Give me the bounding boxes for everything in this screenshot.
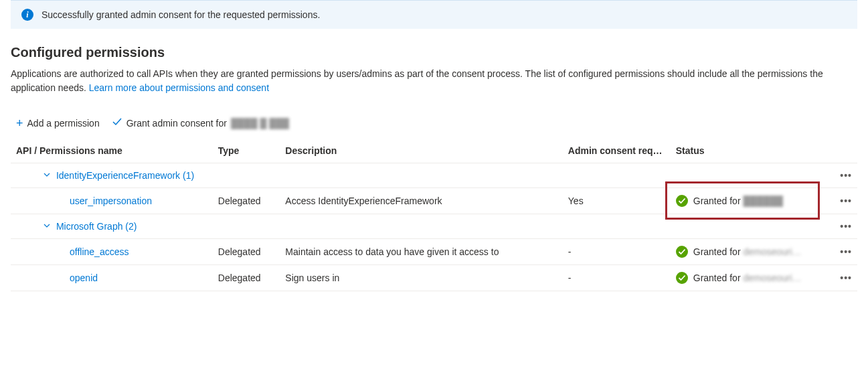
permissions-table-wrap: API / Permissions name Type Description … — [11, 139, 857, 291]
permission-status: Granted for demoseouri… — [671, 265, 808, 291]
section-description: Applications are authorized to call APIs… — [11, 67, 857, 95]
table-header-row: API / Permissions name Type Description … — [11, 139, 857, 163]
permission-row: openid Delegated Sign users in - Granted… — [11, 265, 857, 291]
api-group-label[interactable]: Microsoft Graph (2) — [56, 221, 137, 232]
add-permission-button[interactable]: + Add a permission — [16, 117, 100, 129]
notification-bar: i Successfully granted admin consent for… — [11, 0, 857, 29]
permission-description: Maintain access to data you have given i… — [280, 239, 562, 265]
learn-more-link[interactable]: Learn more about permissions and consent — [89, 82, 269, 93]
svg-point-0 — [676, 195, 688, 207]
add-permission-label: Add a permission — [27, 118, 100, 129]
svg-point-2 — [676, 272, 688, 284]
permission-consent: - — [563, 239, 671, 265]
header-status: Status — [671, 139, 808, 163]
grant-admin-consent-button[interactable]: Grant admin consent for ████ █ ███ — [112, 117, 289, 129]
permission-status: Granted for demoseouri… — [671, 239, 808, 265]
check-icon — [112, 117, 122, 129]
more-actions-button[interactable]: ••• — [808, 239, 857, 265]
section-heading: Configured permissions — [11, 45, 857, 60]
permission-type: Delegated — [213, 265, 280, 291]
more-actions-button[interactable]: ••• — [808, 265, 857, 291]
header-consent: Admin consent req… — [563, 139, 671, 163]
grant-consent-label: Grant admin consent for — [126, 118, 227, 129]
plus-icon: + — [16, 117, 23, 129]
notification-text: Successfully granted admin consent for t… — [41, 9, 320, 20]
permission-status: Granted for ██████ — [671, 188, 808, 214]
permission-description: Access IdentityExperienceFramework — [280, 188, 562, 214]
api-group-row[interactable]: Microsoft Graph (2) ••• — [11, 214, 857, 239]
api-group-row[interactable]: IdentityExperienceFramework (1) ••• — [11, 163, 857, 188]
status-text: Granted for ██████ — [693, 196, 783, 206]
permission-name-link[interactable]: openid — [70, 273, 98, 283]
chevron-down-icon — [43, 170, 50, 181]
permission-consent: Yes — [563, 188, 671, 214]
permissions-table: API / Permissions name Type Description … — [11, 139, 857, 291]
permission-name-link[interactable]: user_impersonation — [70, 196, 152, 206]
permission-description: Sign users in — [280, 265, 562, 291]
permission-consent: - — [563, 265, 671, 291]
svg-point-1 — [676, 246, 688, 258]
permission-name-link[interactable]: offline_access — [70, 246, 128, 257]
success-icon — [676, 195, 688, 207]
more-actions-button[interactable]: ••• — [808, 188, 857, 214]
header-actions — [808, 139, 857, 163]
permission-row: offline_access Delegated Maintain access… — [11, 239, 857, 265]
header-description: Description — [280, 139, 562, 163]
header-name: API / Permissions name — [11, 139, 213, 163]
chevron-down-icon — [43, 221, 50, 232]
status-text: Granted for demoseouri… — [693, 273, 802, 283]
permission-type: Delegated — [213, 239, 280, 265]
api-group-label[interactable]: IdentityExperienceFramework (1) — [56, 170, 194, 181]
header-type: Type — [213, 139, 280, 163]
success-icon — [676, 272, 688, 284]
tenant-name-blurred: ████ █ ███ — [231, 118, 289, 129]
more-actions-button[interactable]: ••• — [808, 214, 857, 239]
status-text: Granted for demoseouri… — [693, 246, 802, 257]
permission-type: Delegated — [213, 188, 280, 214]
permission-row: user_impersonation Delegated Access Iden… — [11, 188, 857, 214]
toolbar: + Add a permission Grant admin consent f… — [11, 111, 857, 139]
more-actions-button[interactable]: ••• — [808, 163, 857, 188]
info-icon: i — [21, 9, 33, 21]
success-icon — [676, 246, 688, 258]
